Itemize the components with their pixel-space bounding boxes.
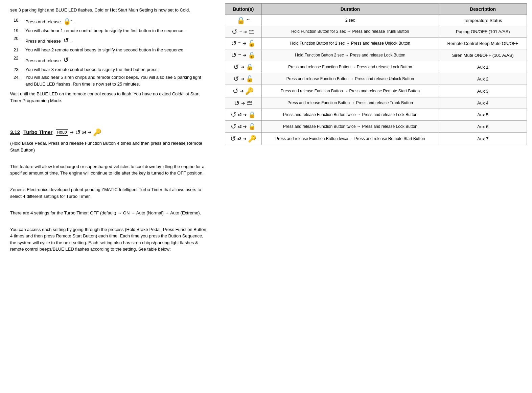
duration-cell: Hold Function Button for 2 sec → Press a… [261,26,439,38]
arrow-icon: ➜ [241,100,245,106]
table-row: ↺ ~ ➜ 🔓 Hold Function Button for 2 sec →… [225,38,527,49]
table-row: ↺ x2 ➜ 🔓 Press and release Function Butt… [225,121,527,133]
button-icons-cell: ↺ ~ ➜ 🔒 [225,49,262,61]
right-panel: Button(s) Duration Description 🔒 ~ 2 sec… [220,0,532,393]
left-panel: see 3 parking light and BLUE LED flashes… [0,0,220,393]
remote-start-icon: 🔑 [93,127,101,137]
description-cell: Aux 2 [439,73,527,85]
remote-start-button-icon: 🔑 [248,135,256,143]
section-header: 3.12 Turbo Timer HOLD ➜ ↺ x4 ➜ 🔑 [10,127,210,137]
unlock-button-icon: 🔓 [248,123,256,130]
duration-cell: Press and release Function Button twice … [261,121,439,133]
col-header-description: Description [439,4,527,15]
x2-label: x2 [238,125,241,129]
tilde-icon: ~ [247,17,250,23]
button-icons-cell: ↺ ➜ 🔒 [225,61,262,73]
duration-cell: Press and release Function Button twice … [261,109,439,121]
table-row: ↺ ➜ 🔒 Press and release Function Button … [225,61,527,73]
list-item: 19. You will also hear 1 remote control … [14,27,210,34]
duration-cell: Press and release Function Button → Pres… [261,61,439,73]
lock-button-icon: 🔒 [246,63,253,71]
button-icons-cell: ↺ ➜ 🔓 [225,73,262,85]
arrow-icon: ➜ [243,29,247,34]
tilde-icon: ~ [238,40,241,46]
description-cell: Remote Control Beep Mute ON/OFF [439,38,527,49]
trunk-button-icon: 🗃 [247,99,253,107]
turbo-timer-icon-sequence: HOLD ➜ ↺ x4 ➜ 🔑 [56,127,101,137]
hold-label: HOLD [56,129,68,136]
table-row: ↺ ➜ 🔑 Press and release Function Button … [225,85,527,97]
icon-group: ↺ ~ ➜ 🔒 [228,51,259,59]
para4: You can access each setting by going thr… [10,226,210,253]
icon-group: ↺ x2 ➜ 🔑 [228,135,259,143]
icon-group: ↺ x2 ➜ 🔓 [228,123,259,130]
arrow-icon: ➜ [240,88,244,94]
table-row: ↺ ~ ➜ 🗃 Hold Function Button for 2 sec →… [225,26,527,38]
arrow-icon: ➜ [70,129,74,136]
list-item: 18. Press and release 🔒˜ . [14,17,210,26]
arrow-icon: ➜ [243,124,247,129]
description-cell: Siren Mute ON/OFF (101 A/AS) [439,49,527,61]
duration-cell: Press and release Function Button → Pres… [261,97,439,109]
arrow-icon: ➜ [242,136,247,141]
unlock-button-icon: 🔓 [248,40,255,47]
x2-label: x2 [238,113,241,117]
table-row: 🔒 ~ 2 sec Temperature Status [225,15,527,26]
arrow-icon: ➜ [242,41,247,46]
list-item: 24. You will also hear 5 siren chirps an… [14,74,210,87]
description-cell: Aux 7 [439,133,527,145]
icon-group: ↺ ➜ 🔑 [228,87,259,95]
button-icons-cell: 🔒 ~ [225,15,262,26]
table-row: ↺ ~ ➜ 🔒 Hold Function Button 2 sec → Pre… [225,49,527,61]
button-icons-cell: ↺ ~ ➜ 🔓 [225,38,262,49]
wait-text: Wait until the BLUE LED on the remote co… [10,91,210,104]
func-icon: ↺ [75,129,81,136]
description-cell: Aux 1 [439,61,527,73]
func-button-icon: ↺ [231,40,237,47]
func-button-icon: ↺ [231,123,236,130]
table-row: ↺ ➜ 🗃 Press and release Function Button … [225,97,527,109]
func-button-icon: ↺ [232,28,237,35]
list-item: 21. You will hear 2 remote control beeps… [14,47,210,53]
func-button-icon: ↺ [231,52,237,59]
icon-group: ↺ ➜ 🔒 [228,63,259,71]
para1: This feature will allow turbocharged or … [10,163,210,177]
button-icons-cell: ↺ ➜ 🗃 [225,97,262,109]
duration-cell: Hold Function Button 2 sec → Press and r… [261,49,439,61]
arrow-icon: ➜ [243,112,247,117]
description-cell: Aux 5 [439,109,527,121]
tilde-icon: ~ [238,52,241,58]
button-icons-cell: ↺ x2 ➜ 🔓 [225,121,262,133]
duration-cell: 2 sec [261,15,439,26]
button-table: Button(s) Duration Description 🔒 ~ 2 sec… [225,3,527,145]
table-row: ↺ x2 ➜ 🔒 Press and release Function Butt… [225,109,527,121]
duration-cell: Press and release Function Button → Pres… [261,73,439,85]
description-cell: Aux 4 [439,97,527,109]
col-header-duration: Duration [261,4,439,15]
para2: Zenesis Electronics developed patent-pen… [10,186,210,200]
func-button-icon: ↺ [234,100,240,107]
trunk-button-icon: 🗃 [249,28,255,35]
x2-label: x2 [237,137,241,141]
list-item: 20. Press and release ↺ . [14,35,210,45]
para3: There are 4 settings for the Turbo Timer… [10,210,210,216]
lock-button-icon: 🔒 [248,51,255,59]
func-button-icon: ↺ [233,64,239,70]
description-cell: Aux 6 [439,121,527,133]
intro-text: see 3 parking light and BLUE LED flashes… [10,7,210,14]
description-cell: Temperature Status [439,15,527,26]
button-icons-cell: ↺ ➜ 🔑 [225,85,262,97]
arrow-icon: ➜ [242,52,247,58]
unlock-button-icon: 🔓 [246,75,253,83]
x4-label: x4 [82,130,86,135]
func-button-icon: ↺ [233,75,239,82]
button-icons-cell: ↺ x2 ➜ 🔑 [225,133,262,145]
list-item: 23. You will hear 3 remote control beeps… [14,66,210,73]
icon-group: ↺ ➜ 🔓 [228,75,259,83]
func-button-icon: ↺ [231,111,236,118]
table-row: ↺ ➜ 🔓 Press and release Function Button … [225,73,527,85]
func-button-icon: 🔒 [237,17,245,24]
duration-cell: Press and release Function Button → Pres… [261,85,439,97]
func-button-icon: ↺ [233,88,238,94]
icon-group: ↺ x2 ➜ 🔒 [228,111,259,118]
